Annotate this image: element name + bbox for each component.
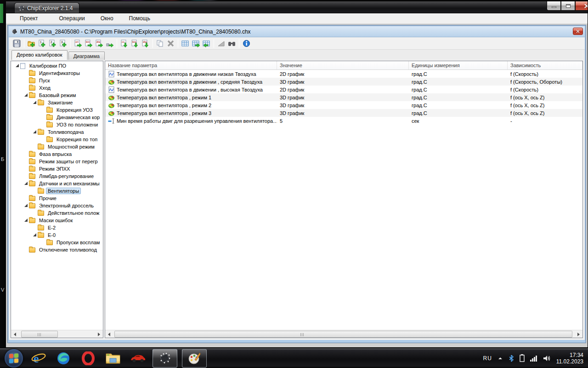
parameter-row[interactable]: Температура вкл вентилятора в движении ,…: [105, 86, 582, 93]
tree-item-уоз-по-положени[interactable]: УОЗ по положени: [11, 121, 102, 128]
clock[interactable]: 17:34 11.02.2023: [556, 352, 583, 365]
explorer-icon[interactable]: [103, 349, 123, 368]
tree-item-динамическая-кор[interactable]: Динамическая кор: [11, 114, 102, 121]
copy-button[interactable]: [155, 38, 165, 49]
menu-окно[interactable]: Окно: [96, 14, 118, 23]
tree-item-фаза-впрыска[interactable]: Фаза впрыска: [11, 150, 102, 158]
tree-item-зажигание[interactable]: Зажигание: [11, 99, 102, 106]
table-import-button[interactable]: [201, 38, 212, 49]
table-view-button[interactable]: [180, 38, 191, 49]
hidden-icons-arrow[interactable]: [498, 356, 503, 361]
column-header-units[interactable]: Единицы измерения: [409, 61, 508, 69]
paint-taskbar-button[interactable]: [182, 349, 207, 368]
menu-помощь[interactable]: Помощь: [124, 14, 155, 23]
volume-icon[interactable]: [543, 355, 551, 362]
start-button[interactable]: [4, 349, 24, 368]
tree-item-пуск[interactable]: Пуск: [11, 77, 102, 84]
car-app-icon[interactable]: [128, 349, 148, 368]
tree-item-датчики-и-исп-механизмы[interactable]: Датчики и исп механизмы: [11, 180, 102, 187]
column-header-dependency[interactable]: Зависимость: [508, 61, 582, 69]
tree-item-маски-ошибок[interactable]: Маски ошибок: [11, 217, 102, 224]
table-horizontal-scrollbar[interactable]: [105, 330, 582, 338]
bluetooth-icon[interactable]: [509, 355, 514, 362]
export-ori-button[interactable]: ori: [73, 38, 83, 49]
search-button[interactable]: [226, 38, 237, 49]
edge-icon[interactable]: [53, 349, 74, 368]
expander-open-icon[interactable]: [24, 182, 28, 185]
tree-item-режим-защиты-от-перегр[interactable]: Режим защиты от перегр: [11, 158, 102, 165]
tree-item-пропуски-восплам[interactable]: Пропуски восплам: [11, 239, 102, 246]
expander-open-icon[interactable]: [33, 130, 36, 134]
battery-icon[interactable]: [520, 354, 525, 362]
language-indicator[interactable]: RU: [483, 355, 492, 362]
export-dta-button[interactable]: dta: [94, 38, 104, 49]
tree-item-коррекция-уоз[interactable]: Коррекция УОЗ: [11, 106, 102, 114]
maximize-button[interactable]: [561, 1, 575, 11]
expander-open-icon[interactable]: [24, 218, 28, 222]
tree-item-e-0[interactable]: E-0: [11, 231, 102, 239]
expander-open-icon[interactable]: [33, 101, 36, 104]
tree-item-e-2[interactable]: E-2: [11, 224, 102, 231]
tree-item-режим-эпхх[interactable]: Режим ЭПХХ: [11, 165, 102, 172]
table-export-button[interactable]: [191, 38, 201, 49]
slope-button-disabled[interactable]: [216, 38, 226, 49]
add-folder-button[interactable]: [26, 38, 37, 49]
internet-explorer-icon[interactable]: e: [28, 349, 49, 368]
app-titlebar[interactable]: ChipExplorer 2.1.4: [6, 1, 588, 13]
expander-open-icon[interactable]: [15, 64, 19, 68]
tree-item-коррекция-по-топ[interactable]: Коррекция по топ: [11, 136, 102, 143]
parameter-row[interactable]: Температура вкл вентилятора в движении н…: [105, 70, 582, 78]
parameter-row[interactable]: Температура вкл вентилятора , режим 23D …: [105, 101, 582, 109]
expander-open-icon[interactable]: [24, 204, 28, 207]
tree-item-базовый-режим[interactable]: Базовый режим: [11, 92, 102, 99]
add-page-2-button[interactable]: 2: [47, 38, 58, 49]
compare-button-disabled[interactable]: [165, 38, 176, 49]
minimize-button[interactable]: [547, 1, 561, 11]
info-button[interactable]: [241, 38, 252, 49]
tab-diagram[interactable]: Диаграмма: [68, 52, 105, 60]
tree-item-мощностной-режим[interactable]: Мощностной режим: [11, 143, 102, 150]
column-header-name[interactable]: Название параметра: [105, 61, 277, 69]
tree-item-электронный-дроссель[interactable]: Электронный дроссель: [11, 202, 102, 209]
tree-item-идентификаторы[interactable]: Идентификаторы: [11, 69, 102, 77]
tree-item-топливоподача[interactable]: Топливоподача: [11, 128, 102, 136]
opera-icon[interactable]: [78, 349, 98, 368]
menu-операции[interactable]: Операции: [55, 14, 90, 23]
scroll-right-arrow[interactable]: [575, 331, 582, 338]
document-titlebar[interactable]: MT80_China_28405080 - C:\Program Files\C…: [9, 26, 585, 37]
signal-icon[interactable]: [530, 355, 538, 362]
export-bin-button[interactable]: bin: [83, 38, 94, 49]
import-bin-button[interactable]: bin: [130, 38, 140, 49]
menu-проект[interactable]: Проект: [15, 14, 43, 23]
scroll-left-arrow[interactable]: [11, 331, 19, 338]
parameter-row[interactable]: Мин время работы двиг для разрешения упр…: [105, 117, 582, 125]
scrollbar-thumb[interactable]: [114, 331, 572, 338]
column-header-value[interactable]: Значение: [277, 61, 409, 69]
document-close-button[interactable]: [573, 28, 583, 35]
import-dta-button[interactable]: dta: [140, 38, 151, 49]
export-device-button[interactable]: [104, 38, 115, 49]
parameter-row[interactable]: Температура вкл вентилятора в движении ,…: [105, 78, 582, 86]
add-page-3-button[interactable]: 3: [58, 38, 68, 49]
tree-item-прочие[interactable]: Прочие: [11, 195, 102, 202]
chipexplorer-taskbar-button[interactable]: [153, 349, 177, 368]
scroll-left-arrow[interactable]: [105, 331, 113, 338]
tree-item-отключение-топливопод[interactable]: Отключение топливопод: [11, 246, 102, 253]
save-button[interactable]: [11, 38, 22, 49]
tree-item-вентиляторы[interactable]: Вентиляторы: [11, 187, 102, 195]
tree-item-действитльное-полож[interactable]: Действитльное полож: [11, 209, 102, 217]
tree-item-лямбда-регулирование[interactable]: Лямбда-регулирование: [11, 172, 102, 180]
tree-horizontal-scrollbar[interactable]: [11, 330, 103, 338]
tab-calibration-tree[interactable]: Дерево калибровок: [11, 50, 68, 60]
scrollbar-thumb[interactable]: [21, 331, 58, 338]
parameter-row[interactable]: Температура вкл вентилятора , режим 13D …: [105, 93, 582, 101]
tree-item-хход[interactable]: Хход: [11, 84, 102, 92]
tree-item-калибровки-по[interactable]: Калибровки ПО: [11, 62, 102, 69]
expander-open-icon[interactable]: [33, 233, 36, 237]
add-page-1-button[interactable]: 1: [37, 38, 47, 49]
parameter-row[interactable]: Температура вкл вентилятора , режим 33D …: [105, 109, 582, 117]
close-button[interactable]: [575, 1, 588, 11]
scroll-right-arrow[interactable]: [95, 331, 103, 338]
expander-open-icon[interactable]: [24, 93, 28, 97]
import-cs-button[interactable]: cs: [119, 38, 130, 49]
